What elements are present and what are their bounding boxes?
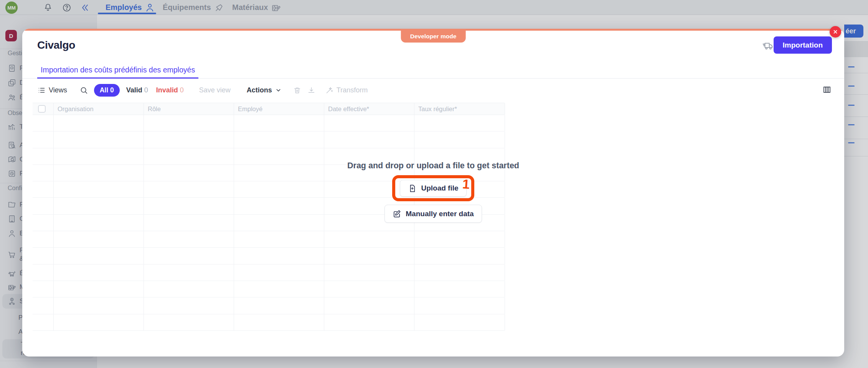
table-header-row: Organisation Rôle Employé Date effective… xyxy=(33,103,505,115)
filter-all-pill[interactable]: All 0 xyxy=(94,84,120,97)
table-row xyxy=(33,297,505,314)
column-header[interactable]: Employé xyxy=(234,103,324,115)
filter-invalid[interactable]: Invalid0 xyxy=(156,86,184,94)
developer-mode-badge: Developer mode xyxy=(401,31,466,43)
column-header[interactable]: Organisation xyxy=(53,103,144,115)
table-row xyxy=(33,264,505,281)
delivery-truck-icon[interactable] xyxy=(762,40,774,51)
tab-import-costs[interactable]: Importation des coûts prédéfinis des emp… xyxy=(37,62,198,79)
file-plus-icon xyxy=(408,184,417,193)
invalid-count: 0 xyxy=(180,86,184,94)
import-modal: Developer mode Civalgo Importation Impor… xyxy=(22,29,844,356)
manually-enter-data-button[interactable]: Manually enter data xyxy=(384,205,482,223)
screen: MM Employés Équipements Matériaux D Gest… xyxy=(0,0,868,368)
modal-tabs: Importation des coûts prédéfinis des emp… xyxy=(22,62,844,79)
empty-state-title: Drag and drop or upload a file to get st… xyxy=(347,161,519,171)
views-button[interactable]: Views xyxy=(38,86,67,94)
table-row xyxy=(33,115,505,131)
delete-icon[interactable] xyxy=(293,86,301,94)
select-all-checkbox[interactable] xyxy=(38,105,46,113)
table-row xyxy=(33,281,505,297)
search-icon[interactable] xyxy=(80,86,88,94)
actions-dropdown[interactable]: Actions xyxy=(247,86,282,94)
table-row xyxy=(33,231,505,248)
list-icon xyxy=(38,86,46,94)
modal-toolbar: Views All 0 Valid0 Invalid0 Save view Ac… xyxy=(38,82,368,98)
close-icon[interactable] xyxy=(830,26,841,38)
download-icon[interactable] xyxy=(307,86,315,94)
table-row xyxy=(33,314,505,331)
annotation-step-number: 1 xyxy=(462,177,470,191)
edit-pencil-icon xyxy=(393,209,401,218)
table-row xyxy=(33,248,505,264)
importation-button[interactable]: Importation xyxy=(774,36,832,54)
column-header[interactable]: Rôle xyxy=(144,103,234,115)
column-header[interactable]: Taux régulier* xyxy=(414,103,505,115)
valid-count: 0 xyxy=(144,86,148,94)
transform-button[interactable]: Transform xyxy=(325,86,368,94)
save-view-button[interactable]: Save view xyxy=(199,86,231,94)
upload-file-button[interactable]: Upload file xyxy=(400,180,466,197)
column-header[interactable]: Date effective* xyxy=(324,103,414,115)
filter-valid[interactable]: Valid0 xyxy=(126,86,148,94)
annotation-highlight-frame: Upload file 1 xyxy=(392,175,474,201)
empty-state: Drag and drop or upload a file to get st… xyxy=(22,161,844,223)
magic-wand-icon xyxy=(325,86,333,94)
chevron-down-icon xyxy=(275,87,282,94)
table-row xyxy=(33,131,505,148)
modal-title: Civalgo xyxy=(37,39,75,51)
columns-settings-icon[interactable] xyxy=(822,85,832,95)
